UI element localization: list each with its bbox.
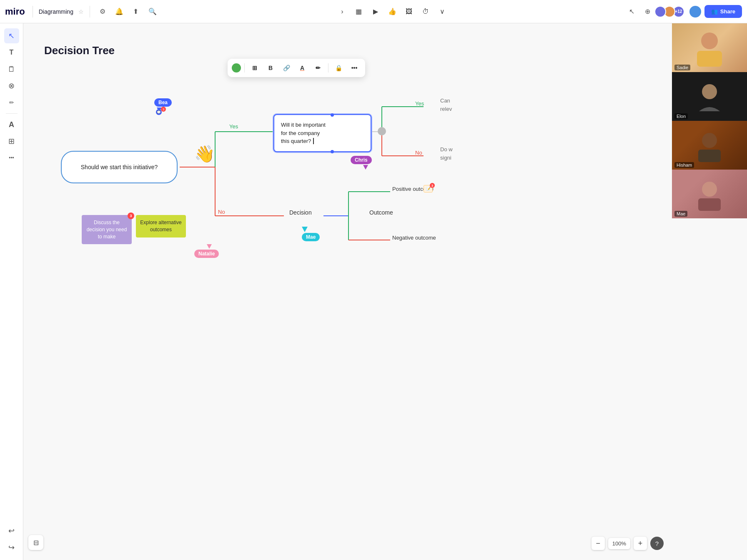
partial-text-relev: relev: [440, 106, 452, 112]
selection-handle-bottom[interactable]: [331, 150, 334, 153]
canvas-inner: Decision Tree ⊞ B 🔗 A ✏ 🔒 •••: [23, 23, 747, 560]
grid-view-button[interactable]: ▦: [351, 4, 366, 19]
mae-cursor-group: Mae: [302, 227, 320, 241]
lock-button[interactable]: 🔒: [332, 61, 345, 75]
sidebar-separator: [6, 113, 18, 114]
question-node[interactable]: Will it be importantfor the companythis …: [273, 114, 371, 152]
elon-avatar-svg: [695, 80, 724, 113]
partial-text-signi: signi: [440, 155, 451, 161]
back-button[interactable]: ›: [335, 4, 350, 19]
settings-button[interactable]: ⚙: [96, 5, 109, 18]
avatar-1: [654, 6, 666, 18]
text-style-tool[interactable]: A: [4, 117, 19, 132]
align-button[interactable]: ⊞: [248, 61, 261, 75]
mae-avatar-svg: [695, 178, 724, 211]
no-label-2: No: [415, 150, 422, 156]
partial-text-can: Can: [440, 98, 450, 104]
start-node[interactable]: Should we start this initiative?: [61, 151, 178, 183]
bold-button[interactable]: B: [264, 61, 277, 75]
video-tile-elon: Elon: [672, 72, 747, 121]
select-tool[interactable]: ↖: [4, 28, 19, 43]
video-tile-sadie: Sadie: [672, 23, 747, 72]
current-user-avatar: [689, 5, 702, 18]
svg-point-0: [701, 32, 718, 49]
mae-name: Mae: [674, 211, 687, 217]
decision-label: Decision: [289, 209, 312, 216]
connector-tool[interactable]: ⊗: [4, 78, 19, 93]
sadie-avatar-svg: [693, 29, 726, 67]
left-sidebar: ↖ T 🗒 ⊗ ✏ A ⊞ ••• ↩ ↪: [0, 23, 23, 560]
sidebar-bottom: ↩ ↪: [4, 523, 19, 555]
collaborator-avatars: +12: [657, 6, 684, 18]
selection-handle-top[interactable]: [331, 113, 334, 117]
canvas[interactable]: Decision Tree ⊞ B 🔗 A ✏ 🔒 •••: [23, 23, 747, 560]
elon-name: Elon: [674, 113, 688, 119]
link-button[interactable]: 🔗: [280, 61, 293, 75]
share-button[interactable]: 👥 Share: [704, 5, 742, 18]
outcome-label: Outcome: [369, 209, 393, 216]
chris-cursor-group: Chris: [351, 156, 372, 170]
more-button[interactable]: •••: [348, 61, 361, 75]
chris-cursor: [363, 165, 368, 170]
video-tile-hisham: Hisham: [672, 121, 747, 170]
redo-button[interactable]: ↪: [4, 540, 19, 555]
svg-point-3: [702, 133, 717, 148]
cursor-tool[interactable]: ↖: [625, 5, 639, 18]
zoom-out-button[interactable]: −: [592, 537, 605, 550]
yes-label-2: Yes: [415, 100, 424, 107]
svg-rect-4: [698, 150, 721, 162]
negative-outcome: Negative outcome: [392, 235, 436, 241]
svg-rect-6: [698, 198, 721, 211]
pen-tool[interactable]: ✏: [4, 95, 19, 110]
no-label-1: No: [218, 209, 225, 215]
bea-cursor-group: Bea 💬 3: [154, 98, 172, 112]
zoom-controls: − 100% + ?: [592, 537, 664, 550]
star-icon[interactable]: ☆: [78, 8, 84, 15]
frame-tool[interactable]: ⊞: [4, 134, 19, 149]
media-button[interactable]: 🖼: [401, 4, 416, 19]
chris-label: Chris: [351, 156, 372, 164]
text-color-button[interactable]: A: [296, 61, 309, 75]
more-tools-button[interactable]: ∨: [435, 4, 450, 19]
sadie-name: Sadie: [674, 65, 690, 70]
yes-label-1: Yes: [229, 123, 238, 130]
text-tool[interactable]: T: [4, 45, 19, 60]
natalie-cursor-group: Natalie: [194, 244, 219, 258]
board-title: Decision Tree: [44, 44, 115, 57]
panel-toggle-button[interactable]: ⊟: [28, 535, 43, 550]
zoom-fit-button[interactable]: ⊕: [641, 5, 654, 18]
svg-rect-1: [697, 51, 722, 67]
decision-circle-node: [378, 127, 386, 135]
color-picker[interactable]: [232, 63, 241, 72]
toolbar-separator: [33, 6, 33, 18]
help-button[interactable]: ?: [650, 537, 664, 550]
present-button[interactable]: ▶: [368, 4, 383, 19]
mae-cursor: [302, 227, 308, 232]
undo-button[interactable]: ↩: [4, 523, 19, 538]
float-toolbar: ⊞ B 🔗 A ✏ 🔒 •••: [228, 59, 365, 77]
notifications-button[interactable]: 🔔: [113, 5, 126, 18]
bea-label: Bea: [154, 98, 172, 107]
top-toolbar: miro Diagramming ☆ ⚙ 🔔 ⬆ 🔍 › ▦ ▶ 👍 🖼 ⏱ ∨…: [0, 0, 747, 23]
share-icon: 👥: [711, 8, 718, 15]
like-button[interactable]: 👍: [385, 4, 400, 19]
share-label: Share: [720, 8, 735, 15]
hisham-sticky-badge-group: 📝 3: [424, 185, 433, 192]
zoom-in-button[interactable]: +: [634, 537, 647, 550]
highlight-button[interactable]: ✏: [311, 61, 325, 75]
sticky-note-tool[interactable]: 🗒: [4, 62, 19, 77]
toolbar-separator-2: [90, 6, 90, 18]
sticky-note-green[interactable]: Explore alternative outcomes: [136, 215, 186, 238]
emoji-waving-hand: 👋: [194, 144, 215, 164]
natalie-cursor: [207, 244, 212, 249]
search-button[interactable]: 🔍: [146, 5, 159, 18]
project-name[interactable]: Diagramming: [39, 8, 73, 15]
more-tools[interactable]: •••: [4, 150, 19, 165]
mae-label: Mae: [302, 233, 320, 241]
svg-point-5: [702, 182, 717, 197]
svg-point-2: [702, 84, 717, 99]
sticky-note-purple[interactable]: Discuss the decision you need to make 3: [82, 215, 132, 244]
timer-button[interactable]: ⏱: [418, 4, 433, 19]
upload-button[interactable]: ⬆: [129, 5, 143, 18]
bea-message-badge: 3: [161, 107, 166, 112]
